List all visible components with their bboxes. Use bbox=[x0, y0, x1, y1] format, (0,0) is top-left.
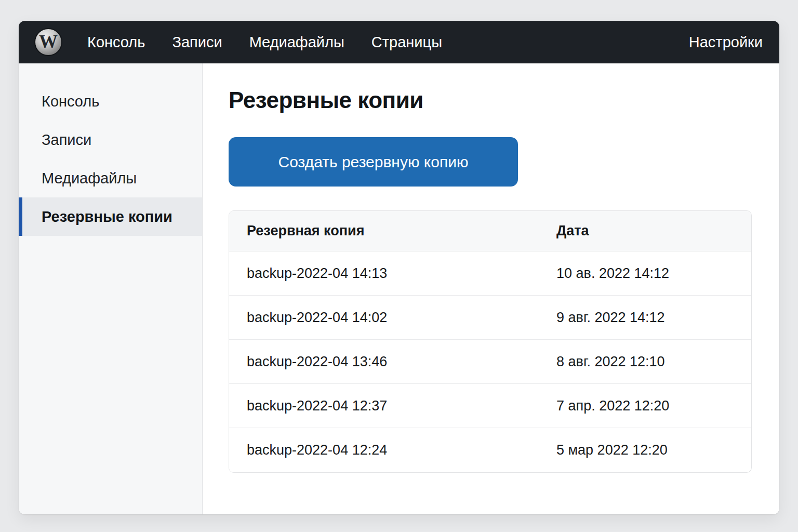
topnav-item-posts[interactable]: Записи bbox=[172, 34, 222, 51]
sidebar-item-posts[interactable]: Записи bbox=[19, 121, 202, 159]
column-header-backup: Резервная копия bbox=[229, 223, 539, 239]
topnav-item-media[interactable]: Медиафайлы bbox=[249, 34, 344, 51]
backup-name-cell: backup-2022-04 12:24 bbox=[229, 442, 539, 458]
top-navigation: Консоль Записи Медиафайлы Страницы bbox=[87, 34, 442, 51]
backup-date-cell: 9 авг. 2022 14:12 bbox=[539, 310, 751, 326]
table-row[interactable]: backup-2022-04 12:37 7 апр. 2022 12:20 bbox=[229, 384, 751, 428]
backup-date-cell: 7 апр. 2022 12:20 bbox=[539, 398, 751, 414]
admin-topbar: W Консоль Записи Медиафайлы Страницы Нас… bbox=[19, 21, 779, 63]
sidebar-item-backups[interactable]: Резервные копии bbox=[19, 197, 202, 236]
sidebar-item-console[interactable]: Консоль bbox=[19, 82, 202, 121]
backup-name-cell: backup-2022-04 14:13 bbox=[229, 265, 539, 282]
table-row[interactable]: backup-2022-04 14:13 10 ав. 2022 14:12 bbox=[229, 251, 751, 296]
backup-date-cell: 5 мар 2022 12:20 bbox=[539, 442, 751, 458]
topnav-item-settings[interactable]: Настройки bbox=[689, 34, 763, 51]
table-header-row: Резервная копия Дата bbox=[229, 211, 751, 251]
backup-date-cell: 8 авг. 2022 12:10 bbox=[539, 354, 751, 370]
app-window: W Консоль Записи Медиафайлы Страницы Нас… bbox=[19, 21, 779, 514]
page-title: Резервные копии bbox=[229, 87, 752, 113]
table-row[interactable]: backup-2022-04 13:46 8 авг. 2022 12:10 bbox=[229, 340, 751, 384]
table-row[interactable]: backup-2022-04 14:02 9 авг. 2022 14:12 bbox=[229, 296, 751, 340]
table-row[interactable]: backup-2022-04 12:24 5 мар 2022 12:20 bbox=[229, 428, 751, 472]
desktop-background: W Консоль Записи Медиафайлы Страницы Нас… bbox=[0, 0, 798, 532]
topnav-item-console[interactable]: Консоль bbox=[87, 34, 145, 51]
backups-table: Резервная копия Дата backup-2022-04 14:1… bbox=[229, 210, 752, 473]
main-content: Резервные копии Создать резервную копию … bbox=[203, 63, 779, 514]
create-backup-button[interactable]: Создать резервную копию bbox=[229, 137, 518, 187]
topnav-item-pages[interactable]: Страницы bbox=[371, 34, 442, 51]
backup-date-cell: 10 ав. 2022 14:12 bbox=[539, 265, 751, 282]
backup-name-cell: backup-2022-04 13:46 bbox=[229, 354, 539, 370]
wordpress-logo-icon: W bbox=[34, 28, 62, 56]
sidebar: Консоль Записи Медиафайлы Резервные копи… bbox=[19, 63, 203, 514]
sidebar-item-media[interactable]: Медиафайлы bbox=[19, 159, 202, 197]
backup-name-cell: backup-2022-04 12:37 bbox=[229, 398, 539, 414]
column-header-date: Дата bbox=[539, 223, 751, 239]
backup-name-cell: backup-2022-04 14:02 bbox=[229, 310, 539, 326]
app-body: Консоль Записи Медиафайлы Резервные копи… bbox=[19, 63, 779, 514]
